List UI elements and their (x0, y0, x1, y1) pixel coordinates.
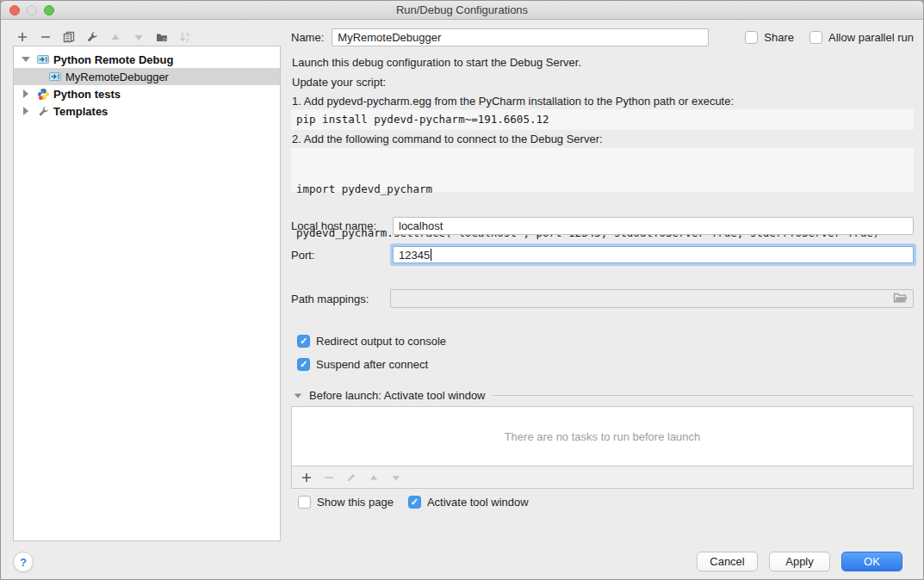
tree-item-templates[interactable]: Templates (14, 102, 280, 120)
sort-alphabetically-icon[interactable]: az (178, 30, 192, 44)
allow-parallel-run-checkbox[interactable] (809, 31, 822, 44)
tree-item-label: MyRemoteDebugger (65, 71, 169, 83)
svg-text:z: z (186, 37, 189, 43)
settrace-code-line1: import pydevd_pycharm (296, 182, 914, 196)
run-debug-configurations-dialog: Run/Debug Configurations az Python Remot… (0, 0, 924, 580)
task-list-toolbar (291, 466, 914, 489)
ok-button[interactable]: OK (841, 552, 902, 571)
expand-arrow-icon[interactable] (21, 57, 31, 62)
copy-icon[interactable] (62, 30, 76, 44)
pip-install-code: pip install pydevd-pycharm~=191.6605.12 (291, 109, 914, 130)
configurations-tree: Python Remote Debug MyRemoteDebugger Pyt… (13, 46, 281, 541)
move-up-icon[interactable] (109, 30, 122, 44)
remove-icon[interactable] (322, 471, 336, 484)
allow-parallel-run-label: Allow parallel run (828, 31, 914, 44)
tree-item-python-remote-debug[interactable]: Python Remote Debug (14, 51, 280, 68)
port-label: Port: (291, 249, 393, 262)
section-divider (493, 395, 914, 396)
wrench-icon (36, 104, 50, 118)
edit-icon[interactable] (344, 471, 358, 484)
redirect-output-row: Redirect output to console (297, 335, 446, 348)
suspend-after-connect-row: Suspend after connect (297, 358, 428, 371)
suspend-after-connect-label: Suspend after connect (316, 358, 428, 371)
new-folder-icon[interactable] (155, 30, 169, 44)
path-mappings-row: Path mappings: (291, 289, 914, 308)
step1-text: 1. Add pydevd-pycharm.egg from the PyCha… (292, 95, 734, 108)
redirect-output-checkbox[interactable] (297, 335, 310, 348)
suspend-after-connect-checkbox[interactable] (297, 358, 310, 371)
before-launch-header[interactable]: Before launch: Activate tool window (294, 389, 914, 402)
name-label: Name: (291, 31, 324, 44)
activate-tool-window-label: Activate tool window (427, 496, 529, 509)
tree-item-myremotedebugger[interactable]: MyRemoteDebugger (14, 68, 280, 85)
text-caret (431, 249, 431, 261)
remote-debug-icon (48, 70, 62, 83)
share-label: Share (764, 31, 794, 44)
help-icon: ? (20, 556, 27, 569)
port-value: 12345 (399, 249, 430, 262)
local-host-input[interactable] (393, 217, 914, 235)
window-title: Run/Debug Configurations (1, 3, 923, 16)
empty-task-list-text: There are no tasks to run before launch (505, 430, 701, 443)
local-host-row: Local host name: (291, 217, 914, 235)
move-up-icon[interactable] (367, 471, 381, 484)
local-host-label: Local host name: (291, 219, 393, 232)
show-this-page-label: Show this page (317, 496, 394, 509)
intro-text: Launch this debug configuration to start… (292, 56, 581, 69)
traffic-lights (9, 5, 54, 15)
port-input[interactable]: 12345 (393, 246, 914, 263)
remove-icon[interactable] (39, 30, 53, 44)
configurations-toolbar: az (16, 30, 192, 44)
apply-button[interactable]: Apply (769, 552, 830, 571)
move-down-icon[interactable] (389, 471, 403, 484)
help-button[interactable]: ? (13, 552, 34, 572)
before-launch-title: Before launch: Activate tool window (309, 389, 486, 402)
close-button[interactable] (9, 5, 20, 15)
tree-item-label: Python tests (53, 88, 121, 101)
remote-debug-icon (36, 52, 50, 66)
tree-item-label: Templates (53, 105, 108, 118)
footer-buttons: Cancel Apply OK (697, 552, 902, 571)
zoom-button[interactable] (44, 5, 54, 15)
update-script-text: Update your script: (292, 76, 386, 89)
collapse-arrow-icon[interactable] (21, 107, 31, 115)
activate-tool-window-checkbox[interactable] (408, 496, 421, 509)
settrace-code: import pydevd_pycharm pydevd_pycharm.set… (291, 148, 914, 192)
titlebar: Run/Debug Configurations (1, 1, 923, 20)
browse-folder-icon[interactable] (893, 292, 908, 306)
step2-text: 2. Add the following command to connect … (292, 133, 603, 145)
path-mappings-label: Path mappings: (291, 293, 390, 305)
tree-item-python-tests[interactable]: Python tests (14, 85, 280, 102)
port-row: Port: 12345 (291, 246, 914, 263)
name-input[interactable] (332, 28, 709, 46)
show-this-page-checkbox[interactable] (298, 496, 311, 509)
before-launch-task-list: There are no tasks to run before launch (291, 406, 914, 466)
edit-templates-icon[interactable] (85, 30, 99, 44)
move-down-icon[interactable] (132, 30, 146, 44)
python-icon (36, 87, 50, 101)
add-icon[interactable] (16, 30, 29, 44)
redirect-output-label: Redirect output to console (316, 335, 446, 348)
cancel-button[interactable]: Cancel (697, 552, 758, 571)
share-checkbox[interactable] (745, 31, 758, 44)
path-mappings-input[interactable] (390, 289, 914, 308)
minimize-button[interactable] (27, 5, 37, 15)
name-row: Name: Share Allow parallel run (291, 28, 914, 46)
collapse-arrow-icon[interactable] (21, 89, 31, 98)
tree-item-label: Python Remote Debug (53, 53, 173, 66)
collapse-section-icon[interactable] (295, 393, 302, 398)
add-icon[interactable] (300, 471, 313, 484)
page-options-row: Show this page Activate tool window (298, 496, 529, 509)
